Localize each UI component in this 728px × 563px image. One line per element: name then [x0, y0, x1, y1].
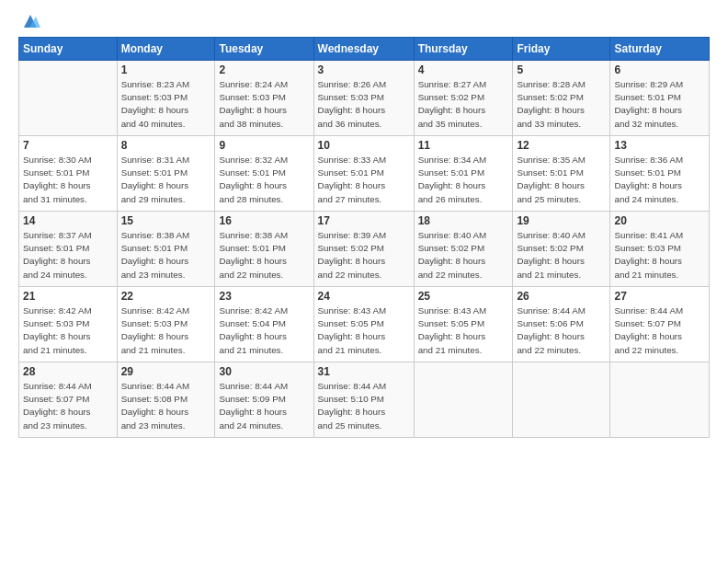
day-info: Sunrise: 8:24 AM Sunset: 5:03 PM Dayligh…	[219, 78, 309, 131]
day-number: 24	[318, 290, 410, 303]
day-info: Sunrise: 8:28 AM Sunset: 5:02 PM Dayligh…	[517, 78, 606, 131]
day-number: 2	[219, 63, 309, 76]
calendar-cell: 22Sunrise: 8:42 AM Sunset: 5:03 PM Dayli…	[117, 287, 215, 362]
day-number: 12	[517, 139, 606, 152]
calendar-cell: 31Sunrise: 8:44 AM Sunset: 5:10 PM Dayli…	[313, 362, 414, 438]
weekday-header-saturday: Saturday	[610, 38, 710, 61]
day-info: Sunrise: 8:44 AM Sunset: 5:10 PM Dayligh…	[318, 380, 410, 432]
calendar-cell: 8Sunrise: 8:31 AM Sunset: 5:01 PM Daylig…	[117, 136, 215, 212]
day-number: 17	[318, 214, 410, 227]
day-info: Sunrise: 8:42 AM Sunset: 5:04 PM Dayligh…	[219, 304, 309, 357]
day-number: 11	[418, 139, 509, 152]
calendar-cell: 16Sunrise: 8:38 AM Sunset: 5:01 PM Dayli…	[215, 212, 313, 287]
calendar-cell	[414, 362, 513, 438]
day-info: Sunrise: 8:31 AM Sunset: 5:01 PM Dayligh…	[121, 154, 211, 206]
calendar-cell: 25Sunrise: 8:43 AM Sunset: 5:05 PM Dayli…	[414, 287, 513, 362]
calendar-cell: 12Sunrise: 8:35 AM Sunset: 5:01 PM Dayli…	[513, 136, 610, 212]
calendar-cell: 30Sunrise: 8:44 AM Sunset: 5:09 PM Dayli…	[215, 362, 313, 438]
calendar-cell: 20Sunrise: 8:41 AM Sunset: 5:03 PM Dayli…	[610, 212, 710, 287]
calendar-cell: 4Sunrise: 8:27 AM Sunset: 5:02 PM Daylig…	[414, 61, 513, 136]
day-info: Sunrise: 8:38 AM Sunset: 5:01 PM Dayligh…	[121, 229, 211, 282]
day-info: Sunrise: 8:40 AM Sunset: 5:02 PM Dayligh…	[517, 229, 606, 282]
calendar-cell: 21Sunrise: 8:42 AM Sunset: 5:03 PM Dayli…	[19, 287, 118, 362]
day-number: 22	[121, 290, 211, 303]
weekday-header-monday: Monday	[117, 38, 215, 61]
day-info: Sunrise: 8:29 AM Sunset: 5:01 PM Dayligh…	[614, 78, 705, 131]
week-row-5: 28Sunrise: 8:44 AM Sunset: 5:07 PM Dayli…	[19, 362, 710, 438]
day-info: Sunrise: 8:27 AM Sunset: 5:02 PM Dayligh…	[418, 78, 509, 131]
calendar-cell: 11Sunrise: 8:34 AM Sunset: 5:01 PM Dayli…	[414, 136, 513, 212]
week-row-1: 1Sunrise: 8:23 AM Sunset: 5:03 PM Daylig…	[19, 61, 710, 136]
day-info: Sunrise: 8:41 AM Sunset: 5:03 PM Dayligh…	[614, 229, 705, 282]
weekday-header-sunday: Sunday	[19, 38, 118, 61]
week-row-2: 7Sunrise: 8:30 AM Sunset: 5:01 PM Daylig…	[19, 136, 710, 212]
day-number: 29	[121, 365, 211, 378]
day-info: Sunrise: 8:38 AM Sunset: 5:01 PM Dayligh…	[219, 229, 309, 282]
day-info: Sunrise: 8:34 AM Sunset: 5:01 PM Dayligh…	[418, 154, 509, 206]
day-info: Sunrise: 8:32 AM Sunset: 5:01 PM Dayligh…	[219, 154, 309, 206]
calendar-cell: 2Sunrise: 8:24 AM Sunset: 5:03 PM Daylig…	[215, 61, 313, 136]
calendar-cell: 23Sunrise: 8:42 AM Sunset: 5:04 PM Dayli…	[215, 287, 313, 362]
calendar-cell: 19Sunrise: 8:40 AM Sunset: 5:02 PM Dayli…	[513, 212, 610, 287]
day-number: 15	[121, 214, 211, 227]
weekday-header-friday: Friday	[513, 38, 610, 61]
calendar-cell: 27Sunrise: 8:44 AM Sunset: 5:07 PM Dayli…	[610, 287, 710, 362]
day-number: 25	[418, 290, 509, 303]
weekday-header-row: SundayMondayTuesdayWednesdayThursdayFrid…	[19, 38, 710, 61]
day-number: 28	[23, 365, 113, 378]
day-number: 1	[121, 63, 211, 76]
day-info: Sunrise: 8:44 AM Sunset: 5:06 PM Dayligh…	[517, 304, 606, 357]
day-info: Sunrise: 8:33 AM Sunset: 5:01 PM Dayligh…	[318, 154, 410, 206]
day-info: Sunrise: 8:37 AM Sunset: 5:01 PM Dayligh…	[23, 229, 113, 282]
weekday-header-thursday: Thursday	[414, 38, 513, 61]
calendar-cell: 26Sunrise: 8:44 AM Sunset: 5:06 PM Dayli…	[513, 287, 610, 362]
week-row-3: 14Sunrise: 8:37 AM Sunset: 5:01 PM Dayli…	[19, 212, 710, 287]
calendar-cell: 9Sunrise: 8:32 AM Sunset: 5:01 PM Daylig…	[215, 136, 313, 212]
calendar-cell: 28Sunrise: 8:44 AM Sunset: 5:07 PM Dayli…	[19, 362, 118, 438]
calendar-cell: 14Sunrise: 8:37 AM Sunset: 5:01 PM Dayli…	[19, 212, 118, 287]
day-number: 5	[517, 63, 606, 76]
calendar-cell: 1Sunrise: 8:23 AM Sunset: 5:03 PM Daylig…	[117, 61, 215, 136]
day-info: Sunrise: 8:44 AM Sunset: 5:07 PM Dayligh…	[614, 304, 705, 357]
calendar-cell: 15Sunrise: 8:38 AM Sunset: 5:01 PM Dayli…	[117, 212, 215, 287]
day-number: 18	[418, 214, 509, 227]
day-number: 16	[219, 214, 309, 227]
day-number: 10	[318, 139, 410, 152]
day-number: 9	[219, 139, 309, 152]
day-number: 8	[121, 139, 211, 152]
calendar-cell	[19, 61, 118, 136]
calendar-cell: 17Sunrise: 8:39 AM Sunset: 5:02 PM Dayli…	[313, 212, 414, 287]
day-info: Sunrise: 8:26 AM Sunset: 5:03 PM Dayligh…	[318, 78, 410, 131]
calendar-cell: 13Sunrise: 8:36 AM Sunset: 5:01 PM Dayli…	[610, 136, 710, 212]
header-area	[18, 17, 710, 28]
calendar-cell: 3Sunrise: 8:26 AM Sunset: 5:03 PM Daylig…	[313, 61, 414, 136]
weekday-header-tuesday: Tuesday	[215, 38, 313, 61]
calendar-cell: 18Sunrise: 8:40 AM Sunset: 5:02 PM Dayli…	[414, 212, 513, 287]
day-number: 14	[23, 214, 113, 227]
page: SundayMondayTuesdayWednesdayThursdayFrid…	[0, 0, 728, 563]
calendar-table: SundayMondayTuesdayWednesdayThursdayFrid…	[18, 37, 710, 438]
logo-icon	[20, 11, 40, 31]
calendar-cell: 24Sunrise: 8:43 AM Sunset: 5:05 PM Dayli…	[313, 287, 414, 362]
day-info: Sunrise: 8:23 AM Sunset: 5:03 PM Dayligh…	[121, 78, 211, 131]
day-number: 6	[614, 63, 705, 76]
day-info: Sunrise: 8:39 AM Sunset: 5:02 PM Dayligh…	[318, 229, 410, 282]
day-info: Sunrise: 8:42 AM Sunset: 5:03 PM Dayligh…	[23, 304, 113, 357]
day-info: Sunrise: 8:35 AM Sunset: 5:01 PM Dayligh…	[517, 154, 606, 206]
day-info: Sunrise: 8:30 AM Sunset: 5:01 PM Dayligh…	[23, 154, 113, 206]
calendar-cell: 10Sunrise: 8:33 AM Sunset: 5:01 PM Dayli…	[313, 136, 414, 212]
day-number: 19	[517, 214, 606, 227]
calendar-cell: 29Sunrise: 8:44 AM Sunset: 5:08 PM Dayli…	[117, 362, 215, 438]
day-number: 7	[23, 139, 113, 152]
day-number: 27	[614, 290, 705, 303]
day-info: Sunrise: 8:44 AM Sunset: 5:08 PM Dayligh…	[121, 380, 211, 432]
day-info: Sunrise: 8:40 AM Sunset: 5:02 PM Dayligh…	[418, 229, 509, 282]
day-info: Sunrise: 8:43 AM Sunset: 5:05 PM Dayligh…	[418, 304, 509, 357]
calendar-cell: 7Sunrise: 8:30 AM Sunset: 5:01 PM Daylig…	[19, 136, 118, 212]
day-number: 20	[614, 214, 705, 227]
week-row-4: 21Sunrise: 8:42 AM Sunset: 5:03 PM Dayli…	[19, 287, 710, 362]
day-number: 13	[614, 139, 705, 152]
day-info: Sunrise: 8:44 AM Sunset: 5:09 PM Dayligh…	[219, 380, 309, 432]
day-info: Sunrise: 8:42 AM Sunset: 5:03 PM Dayligh…	[121, 304, 211, 357]
day-info: Sunrise: 8:43 AM Sunset: 5:05 PM Dayligh…	[318, 304, 410, 357]
